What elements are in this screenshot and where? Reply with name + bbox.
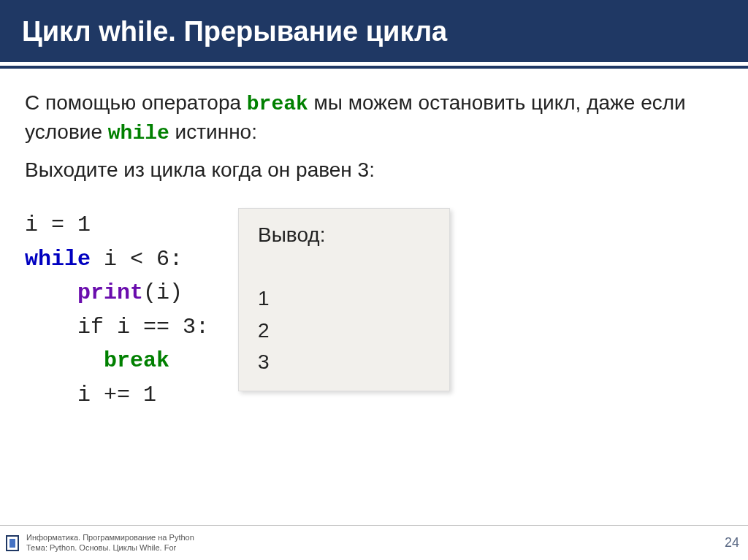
page-number: 24 bbox=[725, 535, 739, 551]
code-line-2: while i < 6: bbox=[25, 242, 209, 277]
intro-paragraph-2: Выходите из цикла когда он равен 3: bbox=[25, 156, 723, 184]
code-line-4: if i == 3: bbox=[25, 310, 209, 345]
footer-text: Информатика. Программирование на Python … bbox=[26, 533, 725, 553]
output-box: Вывод: 1 2 3 bbox=[238, 208, 450, 391]
intro-text-1c: истинно: bbox=[169, 120, 257, 143]
output-label: Вывод: bbox=[258, 219, 430, 250]
keyword-while-code: while bbox=[25, 247, 91, 272]
footer-line-2: Тема: Python. Основы. Циклы While. For bbox=[26, 543, 725, 553]
keyword-if: if i == 3: bbox=[77, 315, 209, 340]
output-blank bbox=[258, 251, 430, 283]
keyword-print: print bbox=[77, 280, 143, 305]
code-line-1: i = 1 bbox=[25, 208, 209, 242]
footer-icon-inner bbox=[9, 539, 15, 548]
footer-icon bbox=[6, 535, 19, 551]
code-line-2-rest: i < 6: bbox=[91, 247, 183, 272]
intro-paragraph-1: С помощью оператора break мы можем остан… bbox=[25, 89, 723, 147]
code-line-6: i += 1 bbox=[25, 378, 209, 413]
code-line-5: break bbox=[25, 344, 209, 378]
footer: Информатика. Программирование на Python … bbox=[0, 525, 748, 560]
footer-line-1: Информатика. Программирование на Python bbox=[26, 533, 725, 543]
code-line-6-text: i += 1 bbox=[77, 383, 156, 407]
content-area: С помощью оператора break мы можем остан… bbox=[0, 69, 748, 560]
slide-title: Цикл while. Прерывание цикла bbox=[22, 16, 726, 47]
code-line-3: print(i) bbox=[25, 276, 209, 310]
code-area: i = 1 while i < 6: print(i) if i == 3: b… bbox=[25, 208, 723, 412]
intro-text-1a: С помощью оператора bbox=[25, 91, 247, 114]
output-line-1: 1 bbox=[258, 283, 430, 314]
keyword-break-code: break bbox=[104, 348, 169, 373]
output-line-2: 2 bbox=[258, 315, 430, 346]
slide: Цикл while. Прерывание цикла С помощью о… bbox=[0, 0, 748, 560]
code-line-3-rest: (i) bbox=[143, 280, 183, 305]
keyword-break: break bbox=[247, 93, 308, 115]
keyword-while: while bbox=[108, 122, 169, 145]
output-line-3: 3 bbox=[258, 346, 430, 377]
code-block: i = 1 while i < 6: print(i) if i == 3: b… bbox=[25, 208, 209, 412]
title-bar: Цикл while. Прерывание цикла bbox=[0, 0, 748, 62]
